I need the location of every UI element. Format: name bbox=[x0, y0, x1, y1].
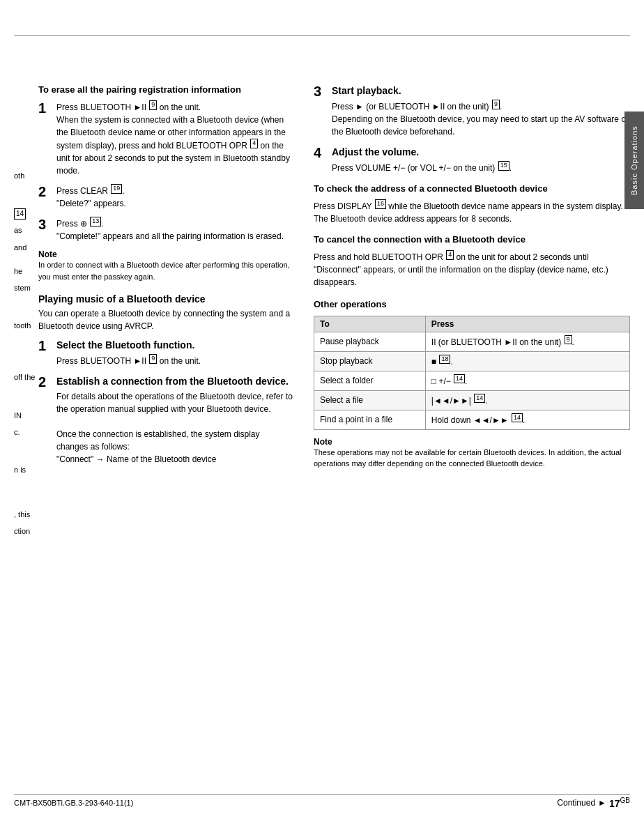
left-text-nis: n is bbox=[14, 461, 38, 478]
left-text-off: off the bbox=[14, 369, 38, 385]
table-header-press: Press bbox=[425, 316, 629, 332]
check-address-text: Press DISPLAY 16 while the Bluetooth dev… bbox=[314, 199, 630, 225]
other-ops-title: Other operations bbox=[314, 298, 630, 311]
box-16: 16 bbox=[375, 199, 386, 209]
cancel-connection-text: Press and hold BLUETOOTH OPR 4 on the un… bbox=[314, 250, 630, 289]
erase-step-1-number: 1 bbox=[38, 100, 51, 116]
erase-step-2-content: Press CLEAR 19. "Delete?" appears. bbox=[56, 184, 126, 210]
box-9: 9 bbox=[149, 100, 157, 110]
footer-model: CMT-BX50BTi.GB.3-293-640-11(1) bbox=[14, 799, 133, 807]
erase-note-title: Note bbox=[38, 249, 293, 259]
erase-step-1-content: Press BLUETOOTH ►II 9 on the unit. When … bbox=[56, 100, 293, 177]
table-cell-folder-to: Select a folder bbox=[314, 371, 426, 390]
cancel-connection-title: To cancel the connection with a Bluetoot… bbox=[314, 233, 630, 246]
left-text-this: , this bbox=[14, 506, 38, 523]
box-9d: 9 bbox=[565, 335, 572, 345]
table-header-to: To bbox=[314, 316, 426, 332]
check-address-section: To check the address of a connected Blue… bbox=[314, 183, 630, 225]
playing-step-1: 1 Select the Bluetooth function. Press B… bbox=[38, 338, 293, 367]
table-row: Pause playback II (or BLUETOOTH ►II on t… bbox=[314, 332, 630, 351]
table-row: Stop playback ■ 18. bbox=[314, 351, 630, 371]
other-ops-note-title: Note bbox=[314, 437, 630, 447]
left-text-tooth: tooth bbox=[14, 317, 38, 334]
box-4: 4 bbox=[250, 139, 258, 148]
table-cell-file-press: |◄◄/►►| 14. bbox=[425, 390, 629, 410]
left-text-as: as bbox=[14, 222, 38, 238]
box-14c: 14 bbox=[512, 413, 523, 423]
left-text-and: and bbox=[14, 239, 38, 256]
playing-step-2: 2 Establish a connection from the Blueto… bbox=[38, 374, 293, 466]
table-cell-find-press: Hold down ◄◄/►► 14. bbox=[425, 410, 629, 429]
page-num-value: 17 bbox=[609, 798, 620, 809]
left-partial-text: oth 14 as and he stem tooth off the IN c… bbox=[14, 84, 38, 539]
left-text-he: he bbox=[14, 263, 38, 279]
erase-step-2: 2 Press CLEAR 19. "Delete?" appears. bbox=[38, 184, 293, 210]
erase-step-1: 1 Press BLUETOOTH ►II 9 on the unit. Whe… bbox=[38, 100, 293, 177]
table-cell-pause-press: II (or BLUETOOTH ►II on the unit) 9. bbox=[425, 332, 629, 351]
playing-section-intro: You can operate a Bluetooth device by co… bbox=[38, 307, 293, 332]
right-step-3-heading: Start playback. bbox=[332, 84, 630, 98]
side-tab: Basic Operations bbox=[624, 112, 644, 209]
other-ops-note: Note These operations may not be availab… bbox=[314, 437, 630, 470]
right-step-4: 4 Adjust the volume. Press VOLUME +/− (o… bbox=[314, 145, 630, 174]
table-row: Select a file |◄◄/►►| 14. bbox=[314, 390, 630, 410]
erase-step-2-number: 2 bbox=[38, 184, 51, 199]
box-14b: 14 bbox=[474, 394, 485, 404]
box-9c: 9 bbox=[492, 100, 500, 109]
bottom-line bbox=[14, 794, 630, 795]
right-step-4-content: Adjust the volume. Press VOLUME +/− (or … bbox=[332, 145, 512, 174]
left-text-stem: stem bbox=[14, 279, 38, 296]
table-cell-file-to: Select a file bbox=[314, 390, 426, 410]
box-18: 18 bbox=[439, 355, 450, 364]
center-column: To erase all the pairing registration in… bbox=[38, 84, 307, 539]
left-column: oth 14 as and he stem tooth off the IN c… bbox=[14, 84, 38, 539]
page-footer: CMT-BX50BTi.GB.3-293-640-11(1) Continued… bbox=[0, 797, 644, 809]
continued-arrow-icon: ► bbox=[598, 798, 606, 808]
right-step-4-number: 4 bbox=[314, 145, 326, 160]
left-text-IN: IN bbox=[14, 407, 38, 424]
check-address-title: To check the address of a connected Blue… bbox=[314, 183, 630, 195]
box-19: 19 bbox=[111, 184, 122, 194]
playing-step-1-heading: Select the Bluetooth function. bbox=[56, 338, 201, 353]
table-cell-pause-to: Pause playback bbox=[314, 332, 426, 351]
erase-step-3: 3 Press ⊕ 13. "Complete!" appears and al… bbox=[38, 217, 293, 243]
left-text-oth: oth bbox=[14, 167, 38, 184]
continued-text: Continued bbox=[557, 798, 595, 808]
erase-note: Note In order to connect with a Bluetoot… bbox=[38, 249, 293, 282]
box-9b: 9 bbox=[149, 354, 157, 364]
table-cell-stop-to: Stop playback bbox=[314, 351, 426, 371]
other-ops-section: Other operations To Press Pause playback… bbox=[314, 298, 630, 469]
box-15: 15 bbox=[498, 161, 509, 171]
box-14a: 14 bbox=[454, 374, 465, 384]
erase-step-3-number: 3 bbox=[38, 217, 51, 232]
left-text-ction: ction bbox=[14, 523, 38, 539]
page-container: Basic Operations oth 14 as and he stem t… bbox=[0, 0, 644, 830]
right-step-3-content: Start playback. Press ► (or BLUETOOTH ►I… bbox=[332, 84, 630, 138]
playing-step-2-content: Establish a connection from the Bluetoot… bbox=[56, 374, 293, 466]
other-ops-table: To Press Pause playback II (or BLUETOOTH… bbox=[314, 316, 630, 430]
box-13a: 13 bbox=[90, 217, 101, 226]
playing-step-2-number: 2 bbox=[38, 374, 51, 390]
left-text-14: 14 bbox=[14, 205, 38, 222]
other-ops-note-text: These operations may not be available fo… bbox=[314, 447, 630, 470]
table-cell-folder-press: □ +/− 14. bbox=[425, 371, 629, 390]
playing-step-1-content: Select the Bluetooth function. Press BLU… bbox=[56, 338, 201, 367]
top-line bbox=[14, 35, 630, 36]
page-number: 17GB bbox=[609, 797, 630, 809]
table-row: Find a point in a file Hold down ◄◄/►► 1… bbox=[314, 410, 630, 429]
page-num-sup: GB bbox=[620, 797, 630, 804]
erase-step-3-content: Press ⊕ 13. "Complete!" appears and all … bbox=[56, 217, 284, 243]
playing-step-1-number: 1 bbox=[38, 338, 51, 353]
table-row: Select a folder □ +/− 14. bbox=[314, 371, 630, 390]
main-content: oth 14 as and he stem tooth off the IN c… bbox=[0, 84, 644, 539]
box-4b: 4 bbox=[446, 250, 454, 260]
left-text-c: c. bbox=[14, 424, 38, 440]
right-column: 3 Start playback. Press ► (or BLUETOOTH … bbox=[307, 84, 630, 539]
playing-section-title: Playing music of a Bluetooth device bbox=[38, 293, 293, 305]
cancel-connection-section: To cancel the connection with a Bluetoot… bbox=[314, 233, 630, 289]
continued-section: Continued ► 17GB bbox=[557, 797, 630, 809]
side-tab-label: Basic Operations bbox=[630, 125, 638, 195]
right-step-4-heading: Adjust the volume. bbox=[332, 145, 512, 160]
erase-note-text: In order to connect with a Bluetooth dev… bbox=[38, 259, 293, 282]
right-step-3: 3 Start playback. Press ► (or BLUETOOTH … bbox=[314, 84, 630, 138]
